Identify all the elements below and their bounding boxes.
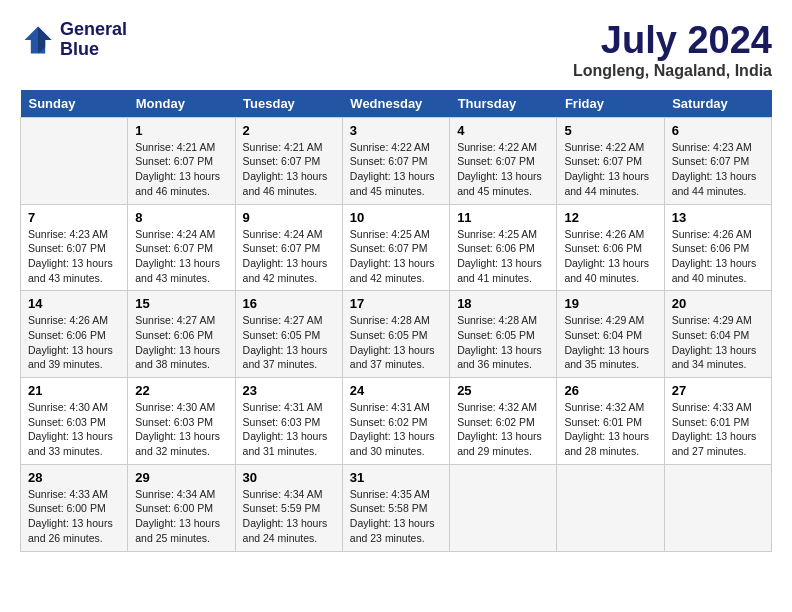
day-number: 9: [243, 210, 335, 225]
day-info: Sunrise: 4:27 AM Sunset: 6:05 PM Dayligh…: [243, 313, 335, 372]
day-number: 20: [672, 296, 764, 311]
day-info: Sunrise: 4:28 AM Sunset: 6:05 PM Dayligh…: [457, 313, 549, 372]
calendar-cell: 29Sunrise: 4:34 AM Sunset: 6:00 PM Dayli…: [128, 464, 235, 551]
calendar-cell: 27Sunrise: 4:33 AM Sunset: 6:01 PM Dayli…: [664, 378, 771, 465]
logo-icon: [20, 22, 56, 58]
calendar-cell: 22Sunrise: 4:30 AM Sunset: 6:03 PM Dayli…: [128, 378, 235, 465]
day-info: Sunrise: 4:32 AM Sunset: 6:01 PM Dayligh…: [564, 400, 656, 459]
calendar-cell: 21Sunrise: 4:30 AM Sunset: 6:03 PM Dayli…: [21, 378, 128, 465]
day-number: 22: [135, 383, 227, 398]
day-info: Sunrise: 4:25 AM Sunset: 6:06 PM Dayligh…: [457, 227, 549, 286]
day-number: 25: [457, 383, 549, 398]
day-header-tuesday: Tuesday: [235, 90, 342, 118]
calendar-cell: 20Sunrise: 4:29 AM Sunset: 6:04 PM Dayli…: [664, 291, 771, 378]
day-info: Sunrise: 4:26 AM Sunset: 6:06 PM Dayligh…: [672, 227, 764, 286]
day-number: 1: [135, 123, 227, 138]
day-number: 31: [350, 470, 442, 485]
calendar-cell: 5Sunrise: 4:22 AM Sunset: 6:07 PM Daylig…: [557, 117, 664, 204]
day-number: 24: [350, 383, 442, 398]
day-info: Sunrise: 4:33 AM Sunset: 6:00 PM Dayligh…: [28, 487, 120, 546]
calendar-week-row: 14Sunrise: 4:26 AM Sunset: 6:06 PM Dayli…: [21, 291, 772, 378]
day-number: 27: [672, 383, 764, 398]
calendar-table: SundayMondayTuesdayWednesdayThursdayFrid…: [20, 90, 772, 552]
day-header-monday: Monday: [128, 90, 235, 118]
day-header-friday: Friday: [557, 90, 664, 118]
day-info: Sunrise: 4:24 AM Sunset: 6:07 PM Dayligh…: [135, 227, 227, 286]
calendar-cell: 18Sunrise: 4:28 AM Sunset: 6:05 PM Dayli…: [450, 291, 557, 378]
day-info: Sunrise: 4:31 AM Sunset: 6:03 PM Dayligh…: [243, 400, 335, 459]
day-number: 3: [350, 123, 442, 138]
day-info: Sunrise: 4:35 AM Sunset: 5:58 PM Dayligh…: [350, 487, 442, 546]
calendar-cell: 8Sunrise: 4:24 AM Sunset: 6:07 PM Daylig…: [128, 204, 235, 291]
day-info: Sunrise: 4:23 AM Sunset: 6:07 PM Dayligh…: [672, 140, 764, 199]
calendar-cell: [557, 464, 664, 551]
page-header: General Blue July 2024 Longleng, Nagalan…: [20, 20, 772, 80]
calendar-cell: 3Sunrise: 4:22 AM Sunset: 6:07 PM Daylig…: [342, 117, 449, 204]
day-number: 10: [350, 210, 442, 225]
calendar-cell: 17Sunrise: 4:28 AM Sunset: 6:05 PM Dayli…: [342, 291, 449, 378]
calendar-cell: 30Sunrise: 4:34 AM Sunset: 5:59 PM Dayli…: [235, 464, 342, 551]
day-number: 15: [135, 296, 227, 311]
day-info: Sunrise: 4:34 AM Sunset: 6:00 PM Dayligh…: [135, 487, 227, 546]
calendar-cell: [450, 464, 557, 551]
calendar-cell: 26Sunrise: 4:32 AM Sunset: 6:01 PM Dayli…: [557, 378, 664, 465]
calendar-week-row: 28Sunrise: 4:33 AM Sunset: 6:00 PM Dayli…: [21, 464, 772, 551]
day-info: Sunrise: 4:31 AM Sunset: 6:02 PM Dayligh…: [350, 400, 442, 459]
calendar-cell: 24Sunrise: 4:31 AM Sunset: 6:02 PM Dayli…: [342, 378, 449, 465]
day-number: 7: [28, 210, 120, 225]
calendar-week-row: 1Sunrise: 4:21 AM Sunset: 6:07 PM Daylig…: [21, 117, 772, 204]
day-info: Sunrise: 4:30 AM Sunset: 6:03 PM Dayligh…: [135, 400, 227, 459]
day-number: 16: [243, 296, 335, 311]
day-info: Sunrise: 4:28 AM Sunset: 6:05 PM Dayligh…: [350, 313, 442, 372]
logo: General Blue: [20, 20, 127, 60]
calendar-cell: 31Sunrise: 4:35 AM Sunset: 5:58 PM Dayli…: [342, 464, 449, 551]
day-info: Sunrise: 4:30 AM Sunset: 6:03 PM Dayligh…: [28, 400, 120, 459]
day-number: 8: [135, 210, 227, 225]
day-number: 6: [672, 123, 764, 138]
calendar-cell: 28Sunrise: 4:33 AM Sunset: 6:00 PM Dayli…: [21, 464, 128, 551]
title-area: July 2024 Longleng, Nagaland, India: [573, 20, 772, 80]
day-info: Sunrise: 4:22 AM Sunset: 6:07 PM Dayligh…: [457, 140, 549, 199]
day-info: Sunrise: 4:29 AM Sunset: 6:04 PM Dayligh…: [564, 313, 656, 372]
day-number: 11: [457, 210, 549, 225]
day-info: Sunrise: 4:22 AM Sunset: 6:07 PM Dayligh…: [564, 140, 656, 199]
day-number: 26: [564, 383, 656, 398]
calendar-cell: [664, 464, 771, 551]
calendar-cell: 23Sunrise: 4:31 AM Sunset: 6:03 PM Dayli…: [235, 378, 342, 465]
day-number: 18: [457, 296, 549, 311]
day-info: Sunrise: 4:26 AM Sunset: 6:06 PM Dayligh…: [564, 227, 656, 286]
day-header-thursday: Thursday: [450, 90, 557, 118]
day-number: 23: [243, 383, 335, 398]
day-number: 5: [564, 123, 656, 138]
day-info: Sunrise: 4:32 AM Sunset: 6:02 PM Dayligh…: [457, 400, 549, 459]
calendar-cell: 12Sunrise: 4:26 AM Sunset: 6:06 PM Dayli…: [557, 204, 664, 291]
day-header-sunday: Sunday: [21, 90, 128, 118]
day-number: 14: [28, 296, 120, 311]
calendar-cell: 15Sunrise: 4:27 AM Sunset: 6:06 PM Dayli…: [128, 291, 235, 378]
calendar-cell: 25Sunrise: 4:32 AM Sunset: 6:02 PM Dayli…: [450, 378, 557, 465]
day-number: 30: [243, 470, 335, 485]
calendar-cell: 16Sunrise: 4:27 AM Sunset: 6:05 PM Dayli…: [235, 291, 342, 378]
day-info: Sunrise: 4:21 AM Sunset: 6:07 PM Dayligh…: [135, 140, 227, 199]
calendar-cell: 13Sunrise: 4:26 AM Sunset: 6:06 PM Dayli…: [664, 204, 771, 291]
day-info: Sunrise: 4:34 AM Sunset: 5:59 PM Dayligh…: [243, 487, 335, 546]
logo-text: General Blue: [60, 20, 127, 60]
calendar-cell: 1Sunrise: 4:21 AM Sunset: 6:07 PM Daylig…: [128, 117, 235, 204]
location-subtitle: Longleng, Nagaland, India: [573, 62, 772, 80]
calendar-cell: 4Sunrise: 4:22 AM Sunset: 6:07 PM Daylig…: [450, 117, 557, 204]
day-header-wednesday: Wednesday: [342, 90, 449, 118]
day-info: Sunrise: 4:25 AM Sunset: 6:07 PM Dayligh…: [350, 227, 442, 286]
day-header-saturday: Saturday: [664, 90, 771, 118]
calendar-week-row: 7Sunrise: 4:23 AM Sunset: 6:07 PM Daylig…: [21, 204, 772, 291]
day-info: Sunrise: 4:33 AM Sunset: 6:01 PM Dayligh…: [672, 400, 764, 459]
day-number: 17: [350, 296, 442, 311]
month-year-title: July 2024: [573, 20, 772, 62]
day-info: Sunrise: 4:21 AM Sunset: 6:07 PM Dayligh…: [243, 140, 335, 199]
day-number: 4: [457, 123, 549, 138]
calendar-cell: 14Sunrise: 4:26 AM Sunset: 6:06 PM Dayli…: [21, 291, 128, 378]
calendar-cell: 2Sunrise: 4:21 AM Sunset: 6:07 PM Daylig…: [235, 117, 342, 204]
day-number: 2: [243, 123, 335, 138]
day-number: 12: [564, 210, 656, 225]
day-info: Sunrise: 4:26 AM Sunset: 6:06 PM Dayligh…: [28, 313, 120, 372]
calendar-header-row: SundayMondayTuesdayWednesdayThursdayFrid…: [21, 90, 772, 118]
